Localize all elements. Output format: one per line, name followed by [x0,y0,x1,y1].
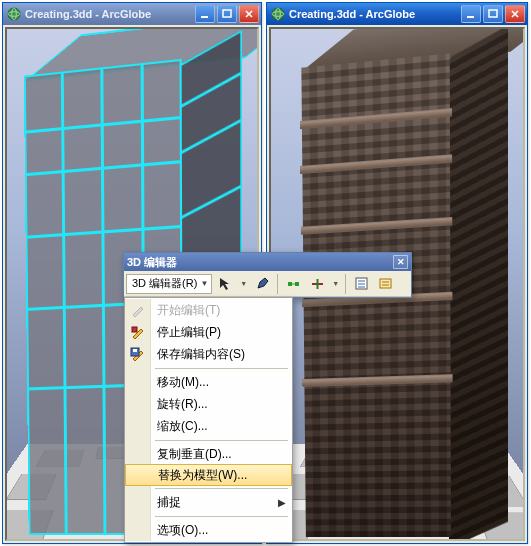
menu-label: 选项(O)... [151,522,286,539]
attributes-button[interactable] [350,273,372,295]
menu-label: 移动(M)... [151,374,286,391]
menu-item-scale[interactable]: 缩放(C)... [125,415,292,437]
menu-label: 替换为模型(W)... [152,467,285,484]
chevron-down-icon[interactable]: ▼ [330,280,341,287]
sketch-icon [378,276,393,291]
menu-label: 保存编辑内容(S) [151,346,286,363]
maximize-button[interactable] [217,5,237,23]
stop-editing-icon [125,321,151,343]
minimize-button[interactable] [461,5,481,23]
menu-item-replace-with-model[interactable]: 替换为模型(W)... [125,464,292,486]
close-button[interactable] [505,5,525,23]
menu-label: 停止编辑(P) [151,324,286,341]
menu-label: 缩放(C)... [151,418,286,435]
edit-tool-button[interactable] [214,273,236,295]
menu-label: 复制垂直(D)... [151,446,286,463]
start-editing-icon [125,299,151,321]
window-title-left: Creating.3dd - ArcGlobe [25,8,151,20]
svg-rect-9 [489,10,497,17]
app-icon [7,7,21,21]
menu-item-move[interactable]: 移动(M)... [125,371,292,393]
vertex-icon [286,276,301,291]
close-button[interactable] [239,5,259,23]
save-edits-icon [125,343,151,365]
submenu-arrow-icon: ▶ [278,497,286,508]
menu-item-options[interactable]: 选项(O)... [125,519,292,541]
toolbar-title: 3D 编辑器 [127,255,177,270]
menu-item-duplicate-vertical[interactable]: 复制垂直(D)... [125,443,292,465]
svg-rect-19 [380,279,391,288]
vertex-tool-button[interactable] [282,273,304,295]
menu-label: 捕捉 [151,494,278,511]
svg-point-5 [272,8,284,20]
window-title-right: Creating.3dd - ArcGlobe [289,8,415,20]
sketch-properties-button[interactable] [374,273,396,295]
editor-menu-button[interactable]: 3D 编辑器(R) ▼ [126,274,212,294]
app-icon [271,7,285,21]
chevron-down-icon[interactable]: ▼ [238,280,249,287]
svg-rect-8 [467,16,474,18]
svg-rect-3 [201,16,208,18]
split-icon [310,276,325,291]
pen-icon [255,276,270,291]
svg-rect-4 [223,10,231,17]
split-tool-button[interactable] [306,273,328,295]
pen-tool-button[interactable] [251,273,273,295]
svg-rect-10 [288,282,292,286]
toolbar-3d-editor[interactable]: 3D 编辑器 ✕ 3D 编辑器(R) ▼ ▼ ▼ [123,252,412,298]
menu-label: 旋转(R)... [151,396,286,413]
maximize-button[interactable] [483,5,503,23]
menu-item-save-edits[interactable]: 保存编辑内容(S) [125,343,292,365]
editor-menu-label: 3D 编辑器(R) [132,276,197,291]
toolbar-close-button[interactable]: ✕ [393,255,408,269]
chevron-down-icon: ▼ [200,279,208,288]
attributes-icon [354,276,369,291]
svg-rect-22 [132,327,137,332]
svg-rect-24 [133,349,137,352]
editor-dropdown-menu: 开始编辑(T) 停止编辑(P) 保存编辑内容(S) 移动(M)... 旋转(R)… [124,297,293,543]
menu-item-snapping[interactable]: 捕捉 ▶ [125,491,292,513]
svg-point-0 [8,8,20,20]
menu-label: 开始编辑(T) [151,302,286,319]
edit-arrow-icon [218,276,233,291]
menu-item-rotate[interactable]: 旋转(R)... [125,393,292,415]
minimize-button[interactable] [195,5,215,23]
menu-item-stop-editing[interactable]: 停止编辑(P) [125,321,292,343]
menu-item-start-editing: 开始编辑(T) [125,299,292,321]
svg-rect-11 [295,282,299,286]
